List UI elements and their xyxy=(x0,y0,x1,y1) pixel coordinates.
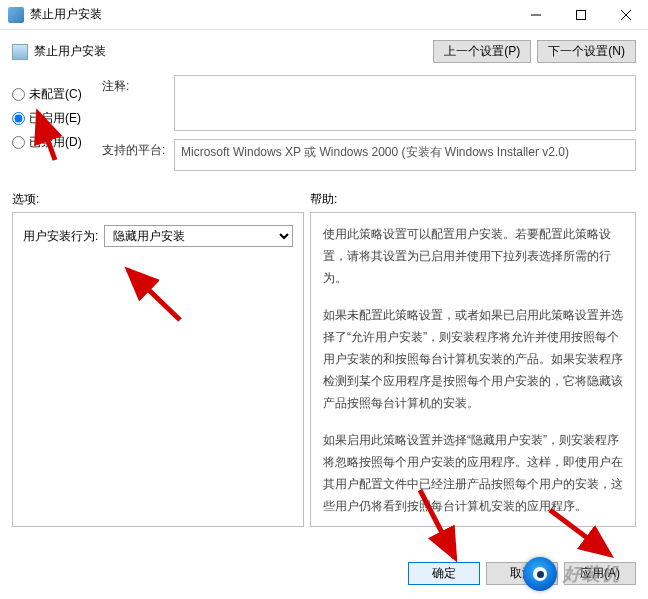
ok-button[interactable]: 确定 xyxy=(408,562,480,585)
state-radio-group: 未配置(C) 已启用(E) 已禁用(D) xyxy=(12,75,102,179)
config-area: 未配置(C) 已启用(E) 已禁用(D) 注释: 支持的平台: Microsof… xyxy=(0,69,648,187)
close-button[interactable] xyxy=(603,0,648,29)
radio-disabled-input[interactable] xyxy=(12,136,25,149)
help-paragraph-2: 如果未配置此策略设置，或者如果已启用此策略设置并选择了“允许用户安装”，则安装程… xyxy=(323,304,623,415)
radio-disabled[interactable]: 已禁用(D) xyxy=(12,134,102,151)
behavior-label: 用户安装行为: xyxy=(23,228,98,245)
behavior-select[interactable]: 隐藏用户安装 xyxy=(104,225,293,247)
radio-enabled[interactable]: 已启用(E) xyxy=(12,110,102,127)
options-panel: 用户安装行为: 隐藏用户安装 xyxy=(12,212,304,527)
behavior-row: 用户安装行为: 隐藏用户安装 xyxy=(23,225,293,247)
comment-label: 注释: xyxy=(102,75,174,131)
section-labels: 选项: 帮助: xyxy=(0,187,648,212)
options-section-label: 选项: xyxy=(12,191,310,208)
supported-platform-text: Microsoft Windows XP 或 Windows 2000 (安装有… xyxy=(181,145,569,159)
header-row: 禁止用户安装 上一个设置(P) 下一个设置(N) xyxy=(0,30,648,69)
details-column: 注释: 支持的平台: Microsoft Windows XP 或 Window… xyxy=(102,75,636,179)
app-icon xyxy=(8,7,24,23)
minimize-button[interactable] xyxy=(513,0,558,29)
platform-row: 支持的平台: Microsoft Windows XP 或 Windows 20… xyxy=(102,139,636,171)
platform-label: 支持的平台: xyxy=(102,139,174,171)
radio-not-configured-label: 未配置(C) xyxy=(29,86,82,103)
next-setting-button[interactable]: 下一个设置(N) xyxy=(537,40,636,63)
svg-rect-1 xyxy=(576,10,585,19)
help-paragraph-3: 如果启用此策略设置并选择“隐藏用户安装”，则安装程序将忽略按照每个用户安装的应用… xyxy=(323,429,623,518)
help-paragraph-1: 使用此策略设置可以配置用户安装。若要配置此策略设置，请将其设置为已启用并使用下拉… xyxy=(323,223,623,290)
help-section-label: 帮助: xyxy=(310,191,636,208)
maximize-button[interactable] xyxy=(558,0,603,29)
radio-not-configured-input[interactable] xyxy=(12,88,25,101)
policy-icon xyxy=(12,44,28,60)
help-panel: 使用此策略设置可以配置用户安装。若要配置此策略设置，请将其设置为已启用并使用下拉… xyxy=(310,212,636,527)
policy-title: 禁止用户安装 xyxy=(34,43,427,60)
radio-disabled-label: 已禁用(D) xyxy=(29,134,82,151)
radio-enabled-label: 已启用(E) xyxy=(29,110,81,127)
comment-textarea[interactable] xyxy=(174,75,636,131)
footer-buttons: 确定 取消 应用(A) xyxy=(408,562,636,585)
title-bar: 禁止用户安装 xyxy=(0,0,648,30)
panels: 用户安装行为: 隐藏用户安装 使用此策略设置可以配置用户安装。若要配置此策略设置… xyxy=(0,212,648,527)
apply-button[interactable]: 应用(A) xyxy=(564,562,636,585)
cancel-button[interactable]: 取消 xyxy=(486,562,558,585)
comment-row: 注释: xyxy=(102,75,636,131)
radio-enabled-input[interactable] xyxy=(12,112,25,125)
supported-platform-box: Microsoft Windows XP 或 Windows 2000 (安装有… xyxy=(174,139,636,171)
window-title: 禁止用户安装 xyxy=(30,6,513,23)
radio-not-configured[interactable]: 未配置(C) xyxy=(12,86,102,103)
window-controls xyxy=(513,0,648,29)
prev-setting-button[interactable]: 上一个设置(P) xyxy=(433,40,531,63)
